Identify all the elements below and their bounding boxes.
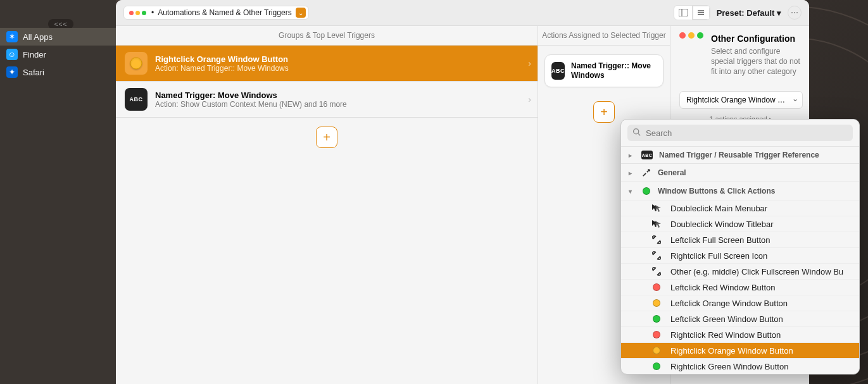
sidebar-item-safari[interactable]: ✦ Safari [0, 63, 116, 81]
config-traffic-icon [679, 32, 703, 73]
svg-point-15 [634, 129, 639, 134]
red-dot-icon [651, 330, 662, 340]
popup-item[interactable]: Doubleclick Main Menubar [621, 200, 859, 216]
app-sidebar: <<< ✶ All Apps ☺ Finder ✦ Safari [0, 0, 116, 384]
popup-item[interactable]: Rightclick Full Screen Icon [621, 247, 859, 263]
popup-item[interactable]: Rightclick Orange Window Button [621, 342, 859, 358]
breadcrumb-title: Automations & Named & Other Triggers [158, 8, 291, 17]
popup-item-label: Doubleclick Window Titlebar [670, 220, 774, 229]
orange-dot-icon [651, 298, 662, 308]
config-description: Select and configure special triggers th… [711, 46, 803, 77]
popup-item[interactable]: Rightclick Green Window Button [621, 358, 859, 374]
tools-icon [641, 168, 651, 178]
sidebar-item-label: Safari [23, 68, 44, 77]
popup-item[interactable]: Leftclick Green Window Button [621, 311, 859, 326]
popup-item-label: Rightclick Full Screen Icon [670, 251, 767, 261]
red-dot-icon [651, 282, 662, 292]
arrows-out-icon [651, 235, 662, 245]
trigger-type-picker[interactable]: Rightclick Orange Window B… [679, 91, 803, 109]
chevron-right-icon: ▸ [629, 170, 635, 177]
popup-search[interactable] [627, 125, 853, 141]
list-view-button[interactable] [692, 6, 710, 20]
trigger-title: Rightclick Orange Window Button [155, 54, 289, 64]
trigger-row[interactable]: ABC Named Trigger: Move Windows Action: … [116, 82, 538, 118]
triggers-pane-header: Groups & Top Level Triggers [116, 26, 538, 46]
arrows-out-icon [651, 266, 662, 276]
search-icon [632, 127, 641, 139]
popup-search-input[interactable] [645, 128, 848, 139]
finder-icon: ☺ [6, 49, 18, 60]
popup-item[interactable]: Leftclick Red Window Button [621, 279, 859, 295]
popup-section[interactable]: ▸ General [621, 163, 859, 182]
popup-item-label: Rightclick Orange Window Button [670, 346, 793, 356]
add-action-button[interactable]: + [593, 101, 615, 123]
popup-item[interactable]: Doubleclick Window Titlebar [621, 216, 859, 232]
popup-item-label: Rightclick Red Window Button [670, 330, 781, 340]
breadcrumb-dot: • [151, 8, 154, 17]
popup-section-label: General [658, 168, 686, 177]
popup-item-list: Doubleclick Main Menubar Doubleclick Win… [621, 200, 859, 374]
popup-item-label: Leftclick Green Window Button [670, 314, 783, 324]
popup-section[interactable]: ▸ ABC Named Trigger / Reusable Trigger R… [621, 146, 859, 163]
action-card[interactable]: ABC Named Trigger:: Move Windows [544, 54, 664, 87]
orange-dot-icon [651, 345, 662, 356]
chevron-down-icon[interactable]: ⌄ [296, 8, 306, 18]
popup-item-label: Leftclick Full Screen Button [670, 235, 771, 245]
green-dot-icon [651, 314, 662, 324]
double-cursor-icon [651, 203, 662, 213]
trigger-type-popup: ▸ ABC Named Trigger / Reusable Trigger R… [620, 119, 860, 375]
popup-section-label: Named Trigger / Reusable Trigger Referen… [659, 151, 819, 159]
more-menu-button[interactable]: ⋯ [788, 6, 802, 20]
chevron-right-icon: › [528, 94, 531, 104]
trigger-subtitle: Action: Show Custom Context Menu (NEW) a… [155, 100, 347, 109]
popup-item-label: Leftclick Red Window Button [670, 283, 775, 292]
trigger-row[interactable]: Rightclick Orange Window Button Action: … [116, 46, 538, 82]
popup-item-label: Leftclick Orange Window Button [670, 299, 788, 308]
abc-icon: ABC [125, 88, 148, 111]
view-mode-segmented[interactable] [674, 5, 710, 20]
toolbar: • Automations & Named & Other Triggers ⌄… [116, 0, 809, 26]
orange-window-icon [125, 52, 148, 75]
chevron-right-icon: ▸ [629, 152, 635, 159]
double-cursor-icon [651, 219, 662, 229]
popup-item[interactable]: Other (e.g. middle) Click Fullscreen Win… [621, 263, 859, 279]
popup-item[interactable]: Rightclick Red Window Button [621, 326, 859, 342]
actions-pane-header: Actions Assigned to Selected Trigger [538, 26, 670, 46]
popup-item-label: Other (e.g. middle) Click Fullscreen Win… [670, 267, 843, 276]
action-card-title: Named Trigger:: Move Windows [571, 61, 657, 80]
arrows-out-icon [651, 251, 662, 261]
svg-line-16 [638, 133, 640, 135]
chevron-right-icon: › [528, 58, 531, 68]
green-dot-icon [651, 361, 662, 371]
add-trigger-button[interactable]: + [316, 127, 337, 148]
popup-section[interactable]: ▾ Window Buttons & Click Actions [621, 182, 859, 200]
breadcrumb[interactable]: • Automations & Named & Other Triggers ⌄ [123, 6, 309, 20]
popup-item[interactable]: Leftclick Orange Window Button [621, 295, 859, 311]
context-traffic-icon [129, 11, 146, 15]
list-icon [696, 9, 705, 16]
sidebar-item-label: All Apps [23, 32, 53, 42]
abc-icon: ABC [641, 151, 653, 159]
svg-rect-8 [679, 9, 688, 16]
triggers-pane: Groups & Top Level Triggers Rightclick O… [116, 26, 538, 384]
sidebar-item-label: Finder [23, 50, 46, 59]
chevron-down-icon: ▾ [629, 188, 635, 195]
popup-item-label: Rightclick Green Window Button [670, 362, 788, 371]
green-dot-icon [641, 186, 651, 196]
abc-icon: ABC [551, 62, 565, 80]
trigger-subtitle: Action: Named Trigger:: Move Windows [155, 64, 289, 73]
columns-icon [679, 9, 688, 16]
sidebar-toggle-button[interactable] [674, 6, 692, 20]
trigger-title: Named Trigger: Move Windows [155, 90, 347, 100]
popup-section-label: Window Buttons & Click Actions [658, 187, 775, 195]
popup-item[interactable]: Leftclick Full Screen Button [621, 232, 859, 247]
globe-icon: ✶ [6, 31, 18, 42]
safari-icon: ✦ [6, 66, 18, 78]
sidebar-item-all-apps[interactable]: ✶ All Apps [0, 28, 116, 46]
sidebar-item-finder[interactable]: ☺ Finder [0, 46, 116, 63]
popup-item-label: Doubleclick Main Menubar [670, 204, 767, 213]
preset-dropdown[interactable]: Preset: Default ▾ [717, 8, 781, 18]
config-title: Other Configuration [711, 34, 803, 44]
